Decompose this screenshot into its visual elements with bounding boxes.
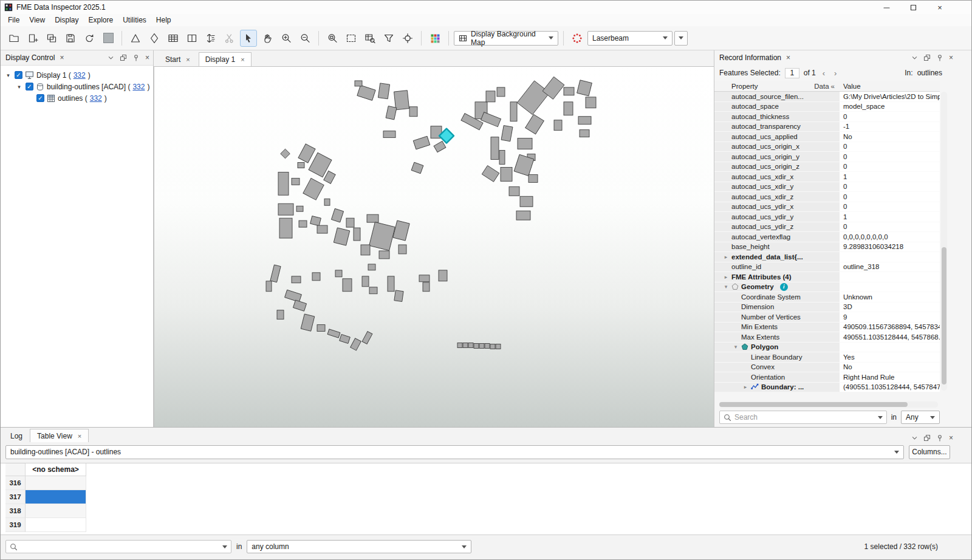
building-footprint[interactable] — [369, 222, 395, 251]
row-number[interactable]: 318 — [5, 504, 26, 518]
table-search-input[interactable] — [5, 540, 231, 553]
chevron-right-icon[interactable]: ▸ — [722, 274, 730, 280]
building-footprint[interactable] — [335, 270, 342, 277]
open-dataset-icon[interactable] — [5, 30, 22, 47]
refresh-icon[interactable] — [81, 30, 98, 47]
close-panel-icon[interactable]: × — [949, 53, 953, 62]
building-footprint[interactable] — [419, 275, 430, 282]
visibility-checkbox[interactable]: ✓ — [26, 83, 33, 90]
building-footprint[interactable] — [413, 136, 430, 149]
property-row[interactable]: Linear BoundaryYes — [714, 352, 940, 363]
copy-view-icon[interactable] — [43, 30, 60, 47]
building-footprint[interactable] — [343, 279, 352, 292]
table-row[interactable]: 319 — [5, 518, 971, 532]
chevron-right-icon[interactable]: ▸ — [742, 384, 749, 390]
maximize-button[interactable] — [900, 1, 926, 14]
building-footprint[interactable] — [334, 228, 349, 245]
building-footprint[interactable] — [486, 91, 495, 102]
panel-menu-chevron-icon[interactable] — [911, 55, 918, 61]
row-cell[interactable] — [26, 476, 86, 490]
panel-menu-chevron-icon[interactable] — [108, 55, 114, 61]
building-footprint[interactable] — [378, 83, 389, 99]
map-canvas[interactable] — [154, 66, 715, 428]
building-footprint[interactable] — [520, 196, 533, 207]
building-footprint[interactable] — [301, 314, 315, 331]
feature-count-link[interactable]: 332 — [74, 71, 86, 80]
filter-icon[interactable] — [380, 30, 397, 47]
search-options-icon[interactable] — [222, 545, 227, 548]
building-footprint[interactable] — [292, 276, 301, 283]
tab-display-1[interactable]: Display 1 × — [199, 52, 252, 66]
building-footprint[interactable] — [357, 85, 375, 100]
property-row[interactable]: autocad_vertexflag0,0,0,0,0,0,0,0 — [714, 232, 940, 242]
feature-count-link[interactable]: 332 — [90, 94, 102, 103]
building-footprint[interactable] — [293, 300, 306, 311]
property-row[interactable]: ▸extended_data_list{... — [714, 252, 940, 262]
building-footprint[interactable] — [317, 225, 327, 233]
building-footprint[interactable] — [266, 281, 272, 292]
feature-count-link[interactable]: 332 — [132, 83, 145, 91]
table-row[interactable]: 316 — [5, 476, 971, 490]
zoom-to-selection-icon[interactable] — [324, 30, 341, 47]
panel-menu-chevron-icon[interactable] — [911, 435, 918, 442]
table-corner-cell[interactable] — [5, 463, 26, 476]
building-footprint[interactable] — [355, 81, 362, 86]
property-row[interactable]: autocad_source_filen...G:\My Drive\Artic… — [714, 92, 940, 102]
add-dataset-icon[interactable] — [24, 30, 41, 47]
property-row[interactable]: OrientationRight Hand Rule — [714, 372, 940, 383]
building-footprint[interactable] — [501, 167, 512, 181]
property-row[interactable]: autocad_ucs_ydir_z0 — [714, 222, 940, 233]
property-row[interactable]: autocad_ucs_origin_z0 — [714, 162, 940, 172]
building-footprint[interactable] — [509, 186, 519, 196]
menu-file[interactable]: File — [3, 14, 24, 26]
menu-explore[interactable]: Explore — [84, 14, 118, 26]
minimize-button[interactable] — [873, 1, 900, 14]
building-footprint[interactable] — [285, 290, 302, 302]
property-row[interactable]: autocad_ucs_origin_y0 — [714, 152, 940, 162]
building-footprint[interactable] — [278, 203, 293, 215]
close-tab-icon[interactable]: × — [241, 56, 244, 63]
background-color-swatch[interactable] — [100, 30, 117, 47]
vertical-measure-icon[interactable] — [202, 30, 219, 47]
close-tab-icon[interactable]: × — [58, 53, 65, 62]
property-row[interactable]: Min Extents490509.11567368894, 5457834.9 — [714, 323, 940, 333]
collapse-columns-icon[interactable]: « — [831, 83, 835, 90]
building-footprint[interactable] — [463, 343, 468, 347]
building-footprint[interactable] — [496, 344, 501, 349]
row-number[interactable]: 317 — [5, 490, 26, 504]
building-footprint[interactable] — [386, 106, 397, 120]
building-footprint[interactable] — [298, 162, 304, 168]
pan-hand-icon[interactable] — [259, 30, 276, 47]
property-row[interactable]: Dimension3D — [714, 302, 940, 313]
expander-chevron-icon[interactable]: ▾ — [4, 72, 12, 78]
search-column-select[interactable]: any column — [247, 540, 471, 553]
crosshair-icon[interactable] — [399, 30, 416, 47]
building-footprint[interactable] — [490, 344, 495, 349]
building-footprint[interactable] — [510, 102, 517, 121]
row-number[interactable]: 319 — [5, 518, 26, 532]
building-footprint[interactable] — [277, 310, 284, 319]
building-footprint[interactable] — [346, 218, 354, 227]
building-footprint[interactable] — [423, 282, 430, 292]
property-row[interactable]: autocad_ucs_xdir_y0 — [714, 182, 940, 193]
building-footprint[interactable] — [278, 172, 289, 195]
building-footprint[interactable] — [457, 343, 462, 347]
background-map-select[interactable]: Display Background Map — [454, 31, 558, 46]
building-footprint[interactable] — [491, 137, 499, 160]
property-row[interactable]: ▸Boundary: ...(490551.1035128444, 545784… — [714, 383, 940, 392]
search-scope-select[interactable]: Any — [901, 411, 940, 424]
building-footprint[interactable] — [388, 276, 394, 292]
scrollbar-thumb[interactable] — [719, 402, 908, 407]
building-footprint[interactable] — [324, 199, 330, 205]
float-panel-icon[interactable] — [923, 54, 931, 61]
close-panel-icon[interactable]: × — [949, 434, 953, 442]
zoom-extents-icon[interactable] — [343, 30, 360, 47]
building-footprint[interactable] — [331, 208, 343, 222]
vertical-scrollbar[interactable] — [941, 92, 947, 391]
feature-table-search-icon[interactable] — [361, 30, 378, 47]
menu-utilities[interactable]: Utilities — [118, 14, 151, 26]
chevron-right-icon[interactable]: ▸ — [722, 254, 730, 260]
building-footprint[interactable] — [369, 287, 377, 294]
menu-view[interactable]: View — [24, 14, 50, 26]
building-footprint[interactable] — [474, 343, 479, 348]
